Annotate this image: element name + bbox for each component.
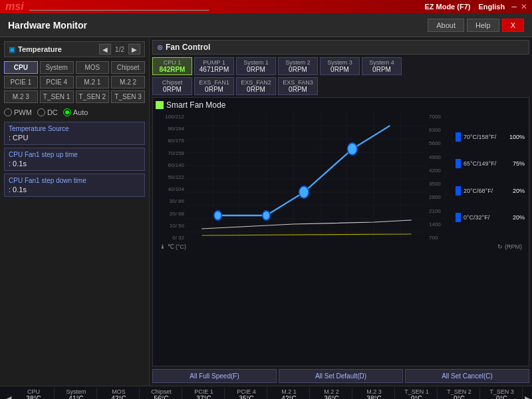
legend-bar-icon bbox=[456, 159, 461, 168]
fan-cell-system-1[interactable]: System 10RPM bbox=[236, 57, 276, 75]
temp-celsius: 36°C bbox=[324, 395, 338, 399]
step-up-label: CPU Fan1 step up time bbox=[9, 151, 140, 158]
y-label-right: 3500 bbox=[429, 181, 453, 187]
about-button[interactable]: About bbox=[428, 19, 464, 32]
next-page-button[interactable]: ▶ bbox=[128, 44, 140, 55]
fan-rpm: 0RPM bbox=[282, 66, 314, 73]
temp-celsius: 0°C bbox=[411, 395, 422, 399]
y-label-right: 2100 bbox=[429, 208, 453, 214]
minimize-icon[interactable]: ─ bbox=[511, 3, 517, 11]
fan-cell-chipset[interactable]: Chipset0RPM bbox=[152, 77, 192, 95]
action-btn-set-cancel[interactable]: All Set Cancel(C) bbox=[405, 369, 529, 383]
sensor-btn-cpu[interactable]: CPU bbox=[4, 61, 38, 74]
y-label-left: 80/176 bbox=[156, 138, 186, 144]
fan-grid-row1: CPU 1842RPMPUMP 14671RPMSystem 10RPMSyst… bbox=[152, 57, 529, 75]
sensor-btn-m.2-1[interactable]: M.2 1 bbox=[76, 76, 110, 88]
mode-auto[interactable]: Auto bbox=[63, 108, 88, 116]
svg-point-19 bbox=[299, 186, 309, 198]
fan-cell-system-3[interactable]: System 30RPM bbox=[320, 57, 360, 75]
step-down-box[interactable]: CPU Fan1 step down time : 0.1s bbox=[4, 174, 145, 197]
fan-cell-exs_fan2[interactable]: EXS_FAN20RPM bbox=[236, 77, 276, 95]
smart-fan-title: Smart Fan Mode bbox=[166, 100, 225, 110]
fan-cell-exs_fan1[interactable]: EXS_FAN10RPM bbox=[194, 77, 234, 95]
svg-point-20 bbox=[347, 143, 357, 155]
sensor-btn-pcie-1[interactable]: PCIE 1 bbox=[4, 76, 38, 88]
fan-rpm: 0RPM bbox=[240, 66, 272, 73]
mode-pwm[interactable]: PWM bbox=[4, 108, 32, 116]
legend-pct: 75% bbox=[513, 160, 525, 167]
sensor-btn-m.2-3[interactable]: M.2 3 bbox=[4, 90, 38, 103]
mode-label-dc: DC bbox=[47, 108, 58, 116]
temp-item-system: System 41°C 105°F bbox=[56, 388, 97, 399]
sensor-grid: CPUSystemMOSChipsetPCIE 1PCIE 4M.2 1M.2 … bbox=[4, 61, 145, 103]
temp-item-t_sen-3: T_SEN 3 0°C 32°F bbox=[481, 388, 523, 399]
sensor-btn-mos[interactable]: MOS bbox=[76, 61, 110, 74]
fan-cell-system-4[interactable]: System 40RPM bbox=[362, 57, 402, 75]
chart-container: Smart Fan Mode 100/21290/19480/17670/158… bbox=[152, 97, 529, 366]
legend-temp: 20°C/68°F/ bbox=[464, 188, 510, 194]
fan-cell-exs_fan3[interactable]: EXS_FAN30RPM bbox=[278, 77, 318, 95]
temperature-source-label: Temperature Source bbox=[9, 125, 140, 132]
temperature-source-value: : CPU bbox=[9, 134, 140, 142]
temperature-source-box[interactable]: Temperature Source : CPU bbox=[4, 122, 145, 145]
sensor-btn-chipset[interactable]: Chipset bbox=[111, 61, 145, 74]
mode-label-pwm: PWM bbox=[14, 108, 32, 116]
close-icon[interactable]: ✕ bbox=[521, 3, 527, 11]
legend-pct: 20% bbox=[513, 188, 525, 194]
fan-name: EXS_FAN3 bbox=[282, 79, 314, 86]
svg-point-18 bbox=[263, 211, 270, 220]
radio-circle-dc bbox=[37, 108, 45, 116]
y-label-left: 50/122 bbox=[156, 174, 186, 180]
legend-bar-icon bbox=[456, 132, 461, 142]
temp-celsius: 41°C bbox=[68, 395, 83, 399]
page-nav: ◀ 1/2 ▶ bbox=[99, 44, 140, 55]
sensor-btn-system[interactable]: System bbox=[40, 61, 74, 74]
action-btn-set-default[interactable]: All Set Default(D) bbox=[279, 369, 403, 383]
fan-cell-cpu-1[interactable]: CPU 1842RPM bbox=[152, 57, 192, 75]
help-button[interactable]: Help bbox=[467, 19, 499, 32]
temp-prev-arrow[interactable]: ◀ bbox=[4, 394, 13, 399]
prev-page-button[interactable]: ◀ bbox=[99, 44, 111, 55]
y-label-left: 100/212 bbox=[156, 114, 186, 120]
fan-name: EXS_FAN2 bbox=[240, 79, 272, 86]
temp-label: T_SEN 1 bbox=[404, 388, 429, 395]
sensor-btn-pcie-4[interactable]: PCIE 4 bbox=[40, 76, 74, 88]
y-label-right: 4900 bbox=[429, 154, 453, 160]
temp-item-m.2-3: M.2 3 38°C 100°F bbox=[354, 388, 395, 399]
action-btn-full-speed[interactable]: All Full Speed(F) bbox=[152, 369, 277, 383]
main-container: ▣ Temperature ◀ 1/2 ▶ CPUSystemMOSChipse… bbox=[0, 37, 532, 386]
sensor-btn-t_sen-1[interactable]: T_SEN 1 bbox=[40, 90, 74, 103]
legend-temp: 0°C/32°F/ bbox=[464, 214, 510, 221]
temp-item-mos: MOS 42°C 107°F bbox=[98, 388, 140, 399]
temp-item-cpu: CPU 38°C 100°F bbox=[13, 388, 55, 399]
temp-item-pcie-4: PCIE 4 35°C 95°F bbox=[226, 388, 267, 399]
sensor-btn-t_sen-2[interactable]: T_SEN 2 bbox=[76, 90, 110, 103]
step-up-value: : 0.1s bbox=[9, 160, 140, 168]
sensor-btn-m.2-2[interactable]: M.2 2 bbox=[111, 76, 145, 88]
smart-fan-checkbox[interactable] bbox=[156, 101, 164, 109]
fan-icon: ⊛ bbox=[157, 43, 163, 52]
legend-item: 0°C/32°F/ 20% bbox=[456, 213, 525, 222]
temperature-icon: ▣ bbox=[9, 45, 15, 54]
y-label-right: 6300 bbox=[429, 127, 453, 133]
fan-rpm: 842RPM bbox=[156, 66, 188, 73]
temperature-section-header: ▣ Temperature ◀ 1/2 ▶ bbox=[4, 41, 145, 57]
fan-name: PUMP 1 bbox=[198, 59, 230, 66]
fan-rpm: 0RPM bbox=[324, 66, 356, 73]
fan-section-header: ⊛ Fan Control bbox=[152, 40, 529, 55]
temp-celsius: 38°C bbox=[26, 395, 41, 399]
fan-cell-pump-1[interactable]: PUMP 14671RPM bbox=[194, 57, 234, 75]
close-window-button[interactable]: X bbox=[502, 19, 524, 32]
fan-cell-system-2[interactable]: System 20RPM bbox=[278, 57, 318, 75]
step-up-box[interactable]: CPU Fan1 step up time : 0.1s bbox=[4, 148, 145, 171]
window-title: Hardware Monitor bbox=[8, 20, 425, 31]
y-label-left: 60/140 bbox=[156, 162, 186, 168]
legend-item: 70°C/158°F/ 100% bbox=[456, 132, 525, 142]
temp-next-arrow[interactable]: ▶ bbox=[523, 394, 532, 399]
temp-celsius: 0°C bbox=[454, 395, 465, 399]
fan-rpm: 0RPM bbox=[366, 66, 398, 73]
left-panel: ▣ Temperature ◀ 1/2 ▶ CPUSystemMOSChipse… bbox=[0, 37, 150, 386]
sensor-btn-t_sen-3[interactable]: T_SEN 3 bbox=[111, 90, 145, 103]
temp-celsius: 42°C bbox=[111, 395, 126, 399]
mode-dc[interactable]: DC bbox=[37, 108, 58, 116]
